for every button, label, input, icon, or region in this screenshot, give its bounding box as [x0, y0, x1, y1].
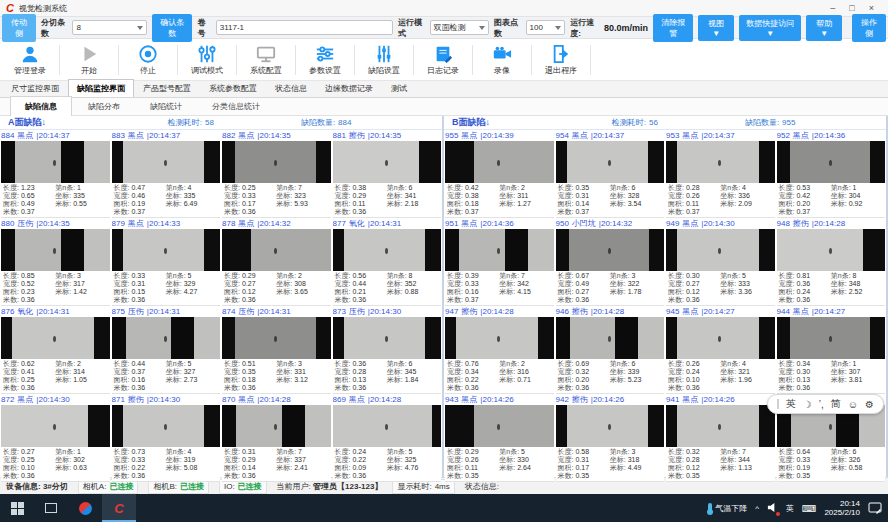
defect-cell[interactable]: 948擦伤|20:14:28 长度: 0.81 第n条: 8 宽度: 0.36 …: [777, 218, 886, 306]
defect-cell[interactable]: 870黑点|20:14:28 长度: 0.31 第n条: 7 宽度: 0.29 …: [222, 394, 331, 482]
subtab-defect-statistics[interactable]: 缺陷统计: [136, 97, 196, 116]
minimize-button[interactable]: –: [830, 3, 835, 13]
volume-icon[interactable]: [767, 502, 778, 515]
defect-cell[interactable]: 950小凹坑|20:14:32 长度: 0.67 第n条: 3 宽度: 0.49…: [556, 218, 665, 306]
subtab-defect-info[interactable]: 缺陷信息: [10, 96, 72, 117]
tab-status-info[interactable]: 状态信息: [266, 79, 316, 97]
defect-image[interactable]: [222, 141, 331, 183]
defect-cell[interactable]: 869黑点|20:14:28 长度: 0.24 第n条: 5 宽度: 0.22 …: [333, 394, 442, 482]
defect-cell[interactable]: 876氧化|20:14:31 长度: 0.62 第n条: 2 宽度: 0.41 …: [1, 306, 110, 394]
start-button[interactable]: 开始: [63, 44, 115, 76]
parameter-settings-button[interactable]: 参数设置: [299, 44, 351, 76]
ime-emoji-icon[interactable]: ☺: [848, 399, 858, 410]
system-config-button[interactable]: 系统配置: [240, 44, 292, 76]
defect-image[interactable]: [777, 141, 886, 183]
help-menu-button[interactable]: 帮助 ▼: [806, 15, 842, 41]
exit-program-button[interactable]: 退出程序: [535, 44, 587, 76]
defect-cell[interactable]: 872黑点|20:14:30 长度: 0.27 第n条: 1 宽度: 0.25 …: [1, 394, 110, 482]
defect-cell[interactable]: 871擦伤|20:14:30 长度: 0.73 第n条: 4 宽度: 0.33 …: [112, 394, 221, 482]
recording-button[interactable]: 录像: [476, 44, 528, 76]
tab-system-param-config[interactable]: 系统参数配置: [200, 79, 266, 97]
defect-cell[interactable]: 874压伤|20:14:31 长度: 0.51 第n条: 3 宽度: 0.35 …: [222, 306, 331, 394]
defect-image[interactable]: [222, 229, 331, 271]
defect-image[interactable]: [556, 317, 665, 359]
defect-cell[interactable]: 881擦伤|20:14:35 长度: 0.38 第n条: 6 宽度: 0.29 …: [333, 130, 442, 218]
taskbar-app-1[interactable]: [68, 494, 102, 522]
defect-image[interactable]: [445, 405, 554, 447]
tab-size-monitor[interactable]: 尺寸监控界面: [2, 79, 68, 97]
roll-number-input[interactable]: [216, 20, 393, 35]
defect-cell[interactable]: 947擦伤|20:14:28 长度: 0.76 第n条: 2 宽度: 0.34 …: [445, 306, 554, 394]
defect-cell[interactable]: 951黑点|20:14:36 长度: 0.39 第n条: 7 宽度: 0.33 …: [445, 218, 554, 306]
confirm-count-button[interactable]: 确认条数: [152, 14, 193, 42]
defect-cell[interactable]: 873压伤|20:14:30 长度: 0.36 第n条: 6 宽度: 0.28 …: [333, 306, 442, 394]
defect-image[interactable]: [777, 317, 886, 359]
tab-test[interactable]: 测试: [382, 79, 416, 97]
log-record-button[interactable]: 日志记录: [417, 44, 469, 76]
ime-drag-handle[interactable]: [777, 399, 779, 409]
taskbar-clock[interactable]: 20:142025/2/10: [824, 499, 860, 517]
defect-image[interactable]: [666, 229, 775, 271]
defect-image[interactable]: [777, 229, 886, 271]
maximize-button[interactable]: □: [849, 3, 854, 13]
defect-cell[interactable]: 882黑点|20:14:35 长度: 0.25 第n条: 7 宽度: 0.33 …: [222, 130, 331, 218]
defect-cell[interactable]: 875压伤|20:14:31 长度: 0.44 第n条: 5 宽度: 0.37 …: [112, 306, 221, 394]
start-menu-button[interactable]: [0, 494, 34, 522]
chart-points-select[interactable]: 100: [526, 20, 566, 35]
defect-cell[interactable]: 952黑点|20:14:36 长度: 0.53 第n条: 1 宽度: 0.42 …: [777, 130, 886, 218]
drive-side-button[interactable]: 传动侧: [2, 14, 36, 42]
defect-image[interactable]: [112, 317, 221, 359]
debug-mode-button[interactable]: 调试模式: [181, 44, 233, 76]
tray-notification-icon[interactable]: [868, 502, 882, 514]
stop-button[interactable]: 停止: [122, 44, 174, 76]
defect-cell[interactable]: 877氧化|20:14:31 长度: 0.56 第n条: 8 宽度: 0.44 …: [333, 218, 442, 306]
operator-side-button[interactable]: 操作侧: [852, 14, 886, 42]
defect-cell[interactable]: 953黑点|20:14:37 长度: 0.28 第n条: 4 宽度: 0.26 …: [666, 130, 775, 218]
tab-defect-monitor[interactable]: 缺陷监控界面: [68, 79, 134, 97]
weather-widget[interactable]: 气温下降: [708, 503, 747, 514]
defect-cell[interactable]: 879黑点|20:14:33 长度: 0.33 第n条: 5 宽度: 0.31 …: [112, 218, 221, 306]
defect-cell[interactable]: 955黑点|20:14:39 长度: 0.42 第n条: 2 宽度: 0.38 …: [445, 130, 554, 218]
defect-image[interactable]: [1, 405, 110, 447]
defect-image[interactable]: [556, 405, 665, 447]
defect-image[interactable]: [112, 229, 221, 271]
defect-cell[interactable]: 944黑点|20:14:27 长度: 0.34 第n条: 1 宽度: 0.30 …: [777, 306, 886, 394]
tab-product-model-config[interactable]: 产品型号配置: [134, 79, 200, 97]
tray-expand-caret[interactable]: ^: [755, 504, 759, 513]
defect-image[interactable]: [445, 229, 554, 271]
subtab-class-info-statistics[interactable]: 分类信息统计: [198, 97, 274, 116]
defect-image[interactable]: [445, 317, 554, 359]
ime-lang-toggle[interactable]: 英: [786, 397, 796, 411]
defect-image[interactable]: [556, 229, 665, 271]
defect-cell[interactable]: 946擦伤|20:14:28 长度: 0.69 第n条: 6 宽度: 0.32 …: [556, 306, 665, 394]
defect-cell[interactable]: 880压伤|20:14:35 长度: 0.85 第n条: 3 宽度: 0.52 …: [1, 218, 110, 306]
admin-login-button[interactable]: 管理登录: [4, 44, 56, 76]
defect-image[interactable]: [666, 317, 775, 359]
defect-image[interactable]: [222, 405, 331, 447]
defect-image[interactable]: [556, 141, 665, 183]
defect-image[interactable]: [333, 405, 442, 447]
defect-image[interactable]: [1, 317, 110, 359]
quick-access-menu-button[interactable]: 数据快捷访问 ▼: [739, 15, 801, 41]
ime-settings-gear-icon[interactable]: ⚙: [865, 399, 874, 410]
defect-cell[interactable]: 943黑点|20:14:26 长度: 0.29 第n条: 5 宽度: 0.26 …: [445, 394, 554, 482]
defect-image[interactable]: [666, 405, 775, 447]
ime-simplified-toggle[interactable]: 简: [831, 397, 841, 411]
ime-language-indicator[interactable]: 英: [786, 503, 794, 514]
defect-settings-button[interactable]: 缺陷设置: [358, 44, 410, 76]
defect-cell[interactable]: 949黑点|20:14:30 长度: 0.30 第n条: 5 宽度: 0.27 …: [666, 218, 775, 306]
tab-edge-data-record[interactable]: 边缘数据记录: [316, 79, 382, 97]
defect-image[interactable]: [1, 141, 110, 183]
defect-image[interactable]: [445, 141, 554, 183]
defect-image[interactable]: [112, 141, 221, 183]
defect-image[interactable]: [333, 317, 442, 359]
defect-image[interactable]: [666, 141, 775, 183]
defect-image[interactable]: [333, 229, 442, 271]
ime-toolbar[interactable]: 英 ☽ ’, 简 ☺ ⚙: [767, 394, 884, 414]
defect-image[interactable]: [1, 229, 110, 271]
defect-cell[interactable]: 942擦伤|20:14:26 长度: 0.58 第n条: 3 宽度: 0.31 …: [556, 394, 665, 482]
subtab-defect-distribution[interactable]: 缺陷分布: [74, 97, 134, 116]
ime-punct-icon[interactable]: ’,: [819, 399, 824, 410]
defect-cell[interactable]: 941黑点|20:14:26 长度: 0.32 第n条: 7 宽度: 0.28 …: [666, 394, 775, 482]
defect-cell[interactable]: 883黑点|20:14:37 长度: 0.47 第n条: 4 宽度: 0.46 …: [112, 130, 221, 218]
